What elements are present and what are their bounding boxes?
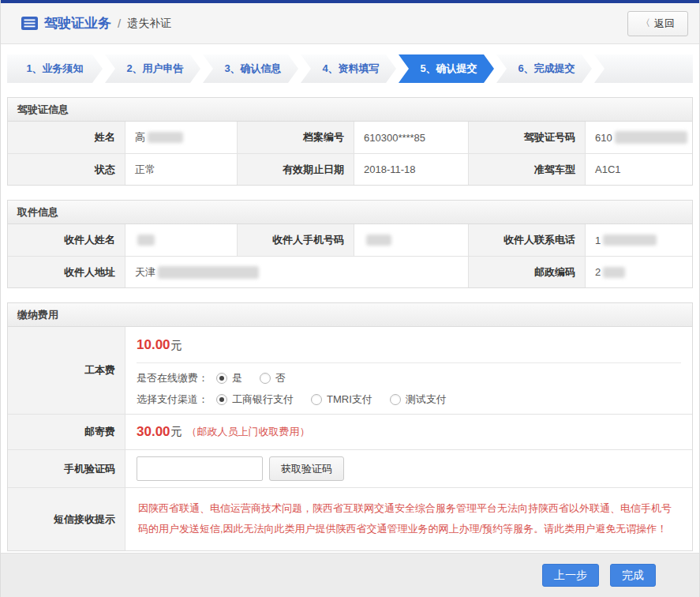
breadcrumb: 驾驶证业务 / 遗失补证 <box>21 14 171 32</box>
back-label: 返回 <box>654 17 675 31</box>
divider <box>137 362 681 363</box>
field-value-recipient-address: 天津 <box>125 256 468 287</box>
sms-code-input[interactable] <box>137 456 263 481</box>
license-table: 姓名 高 档案编号 610300****85 驾驶证号码 610 状态 正常 有… <box>8 122 692 185</box>
field-label-mail-fee: 邮寄费 <box>8 414 125 449</box>
online-payment-question-row: 是否在线缴费： 是 否 <box>137 371 681 385</box>
field-label-production-fee: 工本费 <box>8 327 125 414</box>
finish-button[interactable]: 完成 <box>610 564 656 587</box>
radio-label: 否 <box>275 371 286 385</box>
field-value-recipient-name <box>125 224 237 256</box>
field-value-vehicle-class: A1C1 <box>585 153 692 185</box>
redacted-value <box>615 131 687 144</box>
field-value-recipient-mobile <box>354 224 468 256</box>
section-title-fees: 缴纳费用 <box>8 303 692 327</box>
field-label-status: 状态 <box>8 153 125 185</box>
field-label-recipient-address: 收件人地址 <box>8 256 125 287</box>
radio-channel-test[interactable]: 测试支付 <box>390 392 447 407</box>
production-fee-content: 10.00元 是否在线缴费： 是 否 选择支付渠道： <box>125 327 692 414</box>
field-label-recipient-mobile: 收件人手机号码 <box>237 224 354 256</box>
amount-unit: 元 <box>171 425 182 439</box>
radio-online-yes[interactable]: 是 <box>216 371 242 385</box>
field-value-expiry-date: 2018-11-18 <box>354 153 468 185</box>
field-value-license-number: 610 <box>585 122 692 153</box>
field-value-recipient-phone: 1 <box>585 224 692 256</box>
radio-button-icon <box>216 373 227 384</box>
redacted-value <box>158 266 259 279</box>
field-value-postal-code: 2 <box>585 256 692 287</box>
field-label-sms-code: 手机验证码 <box>8 449 125 487</box>
app-title: 驾驶证业务 <box>44 14 111 32</box>
mail-fee-note: （邮政人员上门收取费用） <box>187 425 310 439</box>
field-value-status: 正常 <box>125 153 237 185</box>
sms-notice-text: 因陕西省联通、电信运营商技术问题，陕西省互联网交通安全综合服务管理平台无法向持陕… <box>137 488 681 550</box>
section-fees: 缴纳费用 工本费 10.00元 是否在线缴费： 是 否 <box>7 302 693 551</box>
step-bar-filler <box>594 54 693 83</box>
header: 驾驶证业务 / 遗失补证 〈 返回 <box>1 3 699 44</box>
radio-online-no[interactable]: 否 <box>260 371 286 385</box>
step-5[interactable]: 5、确认提交 <box>399 54 494 83</box>
license-business-icon <box>21 17 38 30</box>
step-3[interactable]: 3、确认信息 <box>203 54 298 83</box>
field-label-recipient-phone: 收件人联系电话 <box>468 224 585 256</box>
page: 驾驶证业务 / 遗失补证 〈 返回 1、业务须知 2、用户申告 3、确认信息 4… <box>0 0 700 597</box>
amount-value: 30.00 <box>137 424 170 440</box>
section-title-license: 驾驶证信息 <box>8 98 692 122</box>
redacted-value <box>137 235 155 246</box>
step-indicator: 1、业务须知 2、用户申告 3、确认信息 4、资料填写 5、确认提交 6、完成提… <box>7 54 693 83</box>
amount-unit: 元 <box>171 339 182 351</box>
field-label-name: 姓名 <box>8 122 125 153</box>
radio-label: 工商银行支付 <box>232 392 294 407</box>
radio-channel-tmri[interactable]: TMRI支付 <box>311 392 372 407</box>
payment-channel-question-row: 选择支付渠道： 工商银行支付 TMRI支付 测试支付 <box>137 392 681 407</box>
sms-notice-content: 因陕西省联通、电信运营商技术问题，陕西省互联网交通安全综合服务管理平台无法向持陕… <box>125 487 692 550</box>
field-label-postal-code: 邮政编码 <box>468 256 585 287</box>
redacted-value <box>366 235 391 246</box>
field-label-file-number: 档案编号 <box>237 122 354 153</box>
field-value-file-number: 610300****85 <box>354 122 468 153</box>
radio-button-icon <box>216 394 227 405</box>
step-6[interactable]: 6、完成提交 <box>496 54 592 83</box>
section-license-info: 驾驶证信息 姓名 高 档案编号 610300****85 驾驶证号码 610 状… <box>7 97 693 186</box>
section-pickup-info: 取件信息 收件人姓名 收件人手机号码 收件人联系电话 1 收件人地址 天津 邮政… <box>7 200 693 288</box>
back-button[interactable]: 〈 返回 <box>627 11 688 36</box>
sms-code-content: 获取验证码 <box>125 449 692 487</box>
chevron-left-icon: 〈 <box>641 17 650 30</box>
radio-button-icon <box>390 394 401 405</box>
field-label-vehicle-class: 准驾车型 <box>468 153 585 185</box>
online-payment-question: 是否在线缴费： <box>137 371 208 385</box>
redacted-value <box>148 132 183 143</box>
redacted-value <box>603 267 625 278</box>
amount-value: 10.00 <box>137 337 170 352</box>
mail-fee-content: 30.00元 （邮政人员上门收取费用） <box>125 414 692 449</box>
pickup-table: 收件人姓名 收件人手机号码 收件人联系电话 1 收件人地址 天津 邮政编码 2 <box>8 224 692 287</box>
field-label-expiry-date: 有效期止日期 <box>237 153 354 185</box>
radio-channel-icbc[interactable]: 工商银行支付 <box>216 392 294 407</box>
production-fee-amount: 10.00元 <box>137 327 681 353</box>
step-1[interactable]: 1、业务须知 <box>7 54 103 83</box>
previous-step-button[interactable]: 上一步 <box>542 564 599 587</box>
fees-table: 工本费 10.00元 是否在线缴费： 是 否 <box>8 327 692 550</box>
redacted-value <box>603 235 657 246</box>
step-2[interactable]: 2、用户申告 <box>105 54 200 83</box>
breadcrumb-separator: / <box>118 17 121 30</box>
field-value-name: 高 <box>125 122 237 153</box>
radio-button-icon <box>311 394 322 405</box>
field-label-recipient-name: 收件人姓名 <box>8 224 125 256</box>
get-code-button[interactable]: 获取验证码 <box>269 456 344 481</box>
payment-channel-question: 选择支付渠道： <box>137 392 208 407</box>
radio-label: TMRI支付 <box>327 392 372 407</box>
radio-label: 测试支付 <box>406 392 447 407</box>
field-label-license-number: 驾驶证号码 <box>468 122 585 153</box>
breadcrumb-current: 遗失补证 <box>127 17 171 31</box>
footer-bar: 上一步 完成 <box>1 553 699 597</box>
radio-label: 是 <box>232 371 242 385</box>
section-title-pickup: 取件信息 <box>8 201 692 224</box>
field-label-sms-notice: 短信接收提示 <box>8 487 125 550</box>
radio-button-icon <box>260 373 271 384</box>
step-4[interactable]: 4、资料填写 <box>301 54 396 83</box>
